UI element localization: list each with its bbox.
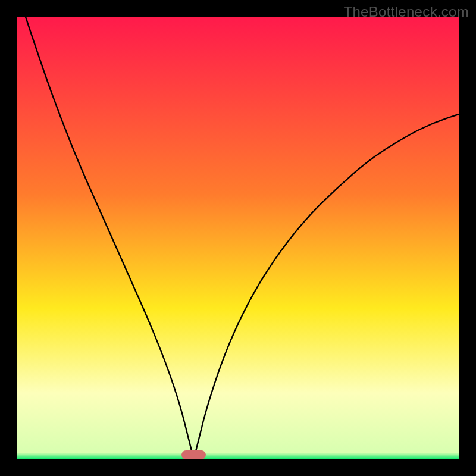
bottleneck-curve (17, 17, 459, 459)
chart-frame: TheBottleneck.com (0, 0, 476, 476)
plot-area (17, 17, 459, 459)
watermark-text: TheBottleneck.com (343, 4, 469, 20)
minimum-marker (181, 450, 206, 459)
